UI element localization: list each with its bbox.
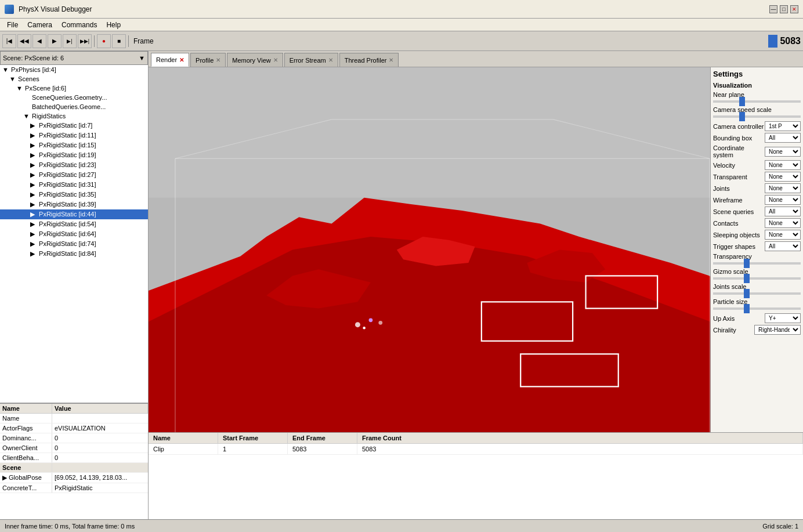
- gizmo-slider[interactable]: [713, 277, 801, 280]
- tab-thread[interactable]: Thread Profiler ✕: [339, 53, 399, 67]
- wireframe-dropdown[interactable]: None: [765, 195, 801, 205]
- tree-item-rs7[interactable]: ▶ PxRigidStatic [id:7]: [0, 121, 148, 131]
- trigger-row: Trigger shapes All: [713, 241, 801, 251]
- tab-render[interactable]: Render ✕: [151, 53, 189, 67]
- near-plane-thumb[interactable]: [739, 97, 745, 106]
- camera-controller-dropdown[interactable]: 1st P: [765, 121, 801, 131]
- up-axis-dropdown[interactable]: Y+: [765, 313, 801, 323]
- tab-profile-close[interactable]: ✕: [216, 57, 220, 63]
- joints-scale-slider[interactable]: [713, 292, 801, 295]
- last-frame-button[interactable]: ▶▶|: [78, 34, 92, 48]
- svg-point-12: [378, 321, 382, 325]
- tree-item-scenes[interactable]: ▼ Scenes: [0, 74, 148, 84]
- velocity-dropdown[interactable]: None: [765, 160, 801, 170]
- tab-profile[interactable]: Profile ✕: [190, 53, 226, 67]
- prop-row-dominance[interactable]: Dominanc... 0: [0, 433, 148, 443]
- sleeping-row: Sleeping objects None: [713, 230, 801, 240]
- particle-size-row: Particle size: [713, 298, 801, 310]
- joints-dropdown[interactable]: None: [765, 183, 801, 193]
- title-bar: PhysX Visual Debugger — □ ✕: [0, 0, 803, 19]
- tree-item-rs35[interactable]: ▶ PxRigidStatic [id:35]: [0, 190, 148, 200]
- menu-commands[interactable]: Commands: [57, 20, 102, 30]
- up-axis-label: Up Axis: [713, 315, 765, 322]
- tree-item-rs27[interactable]: ▶ PxRigidStatic [id:27]: [0, 170, 148, 180]
- tree-item-rs19[interactable]: ▶ PxRigidStatic [id:19]: [0, 150, 148, 160]
- toolbar-separator-1: [94, 35, 95, 47]
- camera-speed-slider[interactable]: [713, 115, 801, 118]
- particle-size-slider[interactable]: [713, 307, 801, 310]
- close-button[interactable]: ✕: [790, 5, 798, 13]
- joints-scale-thumb[interactable]: [744, 289, 750, 298]
- tree-item-pxphysics[interactable]: ▼ PxPhysics [id:4]: [0, 65, 148, 74]
- transparency-label: Transparency: [713, 253, 801, 260]
- prop-row-concretest[interactable]: ConcreteT... PxRigidStatic: [0, 483, 148, 493]
- tree-item-rs64[interactable]: ▶ PxRigidStatic [id:64]: [0, 229, 148, 239]
- svg-point-11: [369, 318, 373, 322]
- tree-item-rs31[interactable]: ▶ PxRigidStatic [id:31]: [0, 180, 148, 190]
- coordinate-dropdown[interactable]: None: [765, 147, 801, 157]
- prev-keyframe-button[interactable]: ◀◀: [17, 34, 31, 48]
- minimize-button[interactable]: —: [769, 5, 777, 13]
- bounding-box-dropdown[interactable]: All: [765, 133, 801, 143]
- tree-item-rs84[interactable]: ▶ PxRigidStatic [id:84]: [0, 249, 148, 259]
- scene-selector[interactable]: Scene: PxScene id: 6 ▼: [0, 51, 148, 65]
- properties-header: Name Value: [0, 404, 148, 414]
- play-button[interactable]: ▶: [48, 34, 62, 48]
- transparent-dropdown[interactable]: None: [765, 172, 801, 182]
- tab-thread-close[interactable]: ✕: [389, 57, 393, 63]
- tree-item-rs44[interactable]: ▶ PxRigidStatic [id:44]: [0, 209, 148, 219]
- up-axis-row: Up Axis Y+: [713, 313, 801, 323]
- tree-item-rs23[interactable]: ▶ PxRigidStatic [id:23]: [0, 160, 148, 170]
- trigger-dropdown[interactable]: All: [765, 241, 801, 251]
- tab-error[interactable]: Error Stream ✕: [284, 53, 338, 67]
- tree-item-batchedq[interactable]: BatchedQueries.Geome...: [0, 102, 148, 111]
- sleeping-dropdown[interactable]: None: [765, 230, 801, 240]
- menu-file[interactable]: File: [2, 20, 23, 30]
- contacts-dropdown[interactable]: None: [765, 218, 801, 228]
- tree-item-rs15[interactable]: ▶ PxRigidStatic [id:15]: [0, 140, 148, 150]
- transparency-slider[interactable]: [713, 262, 801, 265]
- tree-item-rigidstatics[interactable]: ▼ RigidStatics: [0, 111, 148, 121]
- tree-view[interactable]: ▼ PxPhysics [id:4] ▼ Scenes ▼ PxScene [i…: [0, 65, 148, 403]
- tree-item-rs39[interactable]: ▶ PxRigidStatic [id:39]: [0, 200, 148, 209]
- tree-item-rs11[interactable]: ▶ PxRigidStatic [id:11]: [0, 131, 148, 140]
- prop-row-ownerclient[interactable]: OwnerClient 0: [0, 443, 148, 453]
- tab-render-close[interactable]: ✕: [179, 57, 184, 63]
- prop-row-actorflags[interactable]: ActorFlags eVISUALIZATION: [0, 424, 148, 433]
- main-layout: Scene: PxScene id: 6 ▼ ▼ PxPhysics [id:4…: [0, 51, 803, 519]
- step-back-button[interactable]: ◀: [32, 34, 46, 48]
- tree-item-rs54[interactable]: ▶ PxRigidStatic [id:54]: [0, 219, 148, 229]
- near-plane-slider[interactable]: [713, 100, 801, 103]
- maximize-button[interactable]: □: [780, 5, 788, 13]
- render-viewport[interactable]: [149, 67, 710, 432]
- menu-camera[interactable]: Camera: [23, 20, 57, 30]
- tab-error-close[interactable]: ✕: [328, 57, 333, 63]
- btable-clip-count: 5083: [357, 444, 803, 454]
- stop-button[interactable]: ■: [112, 34, 126, 48]
- transparency-thumb[interactable]: [744, 259, 750, 268]
- joints-scale-row: Joints scale: [713, 283, 801, 295]
- btable-row-clip[interactable]: Clip 1 5083 5083: [149, 444, 803, 455]
- record-button[interactable]: ●: [97, 34, 111, 48]
- chirality-dropdown[interactable]: Right-Handed: [754, 325, 801, 335]
- scene-queries-dropdown[interactable]: All: [765, 207, 801, 216]
- tree-item-sceneq[interactable]: SceneQueries.Geometry...: [0, 93, 148, 102]
- gizmo-thumb[interactable]: [744, 274, 750, 283]
- tree-item-rs74[interactable]: ▶ PxRigidStatic [id:74]: [0, 239, 148, 249]
- tree-item-pxscene6[interactable]: ▼ PxScene [id:6]: [0, 84, 148, 93]
- window-controls: — □ ✕: [769, 5, 798, 13]
- menu-help[interactable]: Help: [102, 20, 125, 30]
- prop-row-name[interactable]: Name: [0, 414, 148, 424]
- first-frame-button[interactable]: |◀: [2, 34, 16, 48]
- bottom-data-table: Name Start Frame End Frame Frame Count C…: [149, 432, 803, 519]
- tab-memory-close[interactable]: ✕: [273, 57, 278, 63]
- prop-row-clientbehav[interactable]: ClientBeha... 0: [0, 453, 148, 463]
- bottom-table-rows: Clip 1 5083 5083: [149, 444, 803, 455]
- camera-speed-thumb[interactable]: [739, 112, 745, 121]
- prop-row-globalpose[interactable]: ▶ GlobalPose [69.052, 14.139, 218.03...: [0, 473, 148, 483]
- step-forward-button[interactable]: ▶|: [63, 34, 77, 48]
- tab-memory[interactable]: Memory View ✕: [227, 53, 283, 67]
- trigger-label: Trigger shapes: [713, 243, 765, 250]
- btable-count-header: Frame Count: [357, 433, 803, 443]
- particle-size-thumb[interactable]: [744, 304, 750, 313]
